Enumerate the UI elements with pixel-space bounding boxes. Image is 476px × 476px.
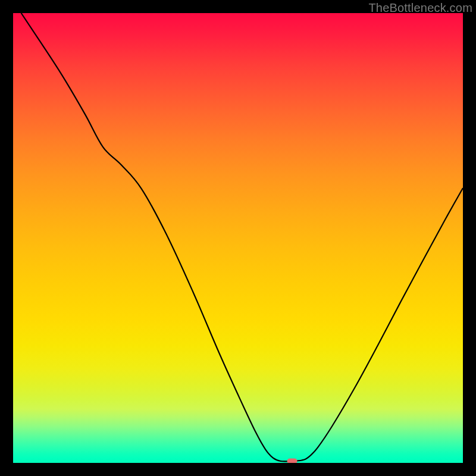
chart-marker <box>287 458 298 463</box>
chart-gradient-background <box>13 13 463 463</box>
chart-plot-area <box>13 13 463 463</box>
